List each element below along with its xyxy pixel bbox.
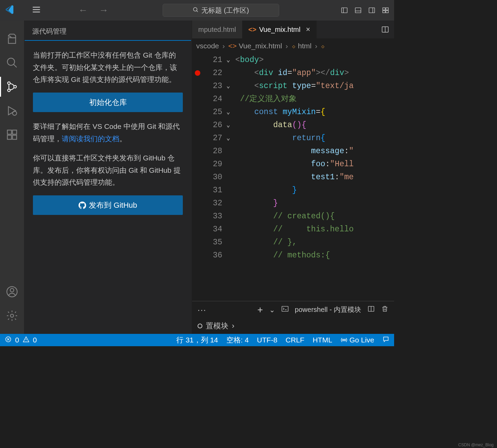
activity-scm-icon[interactable] <box>0 75 24 99</box>
svg-point-9 <box>8 82 10 85</box>
docs-link[interactable]: 请阅读我们的文档 <box>62 135 119 143</box>
svg-rect-1 <box>342 8 347 13</box>
titlebar: ← → 无标题 (工作区) <box>0 0 394 21</box>
circle-icon <box>198 324 202 328</box>
layout-customize-icon[interactable] <box>381 6 390 15</box>
svg-point-18 <box>10 288 14 292</box>
code-editor[interactable]: 21222324252627282930313233343536 ⌄⌄⌄⌄⌄ <… <box>192 53 394 301</box>
layout-panel-icon[interactable] <box>354 6 363 15</box>
svg-point-24 <box>343 339 345 341</box>
activity-search-icon[interactable] <box>0 51 24 75</box>
panel-overflow-icon[interactable]: ··· <box>198 305 206 315</box>
main: 源代码管理 当前打开的工作区中没有任何包含 Git 仓库的文件夹。可初始化某文件… <box>0 21 394 334</box>
indent[interactable]: 空格: 4 <box>226 335 249 345</box>
svg-point-8 <box>8 58 15 65</box>
svg-rect-4 <box>383 8 385 10</box>
nav-back-icon[interactable]: ← <box>78 5 88 16</box>
svg-point-19 <box>11 314 14 317</box>
command-center-text: 无标题 (工作区) <box>201 6 249 15</box>
scm-sidebar: 源代码管理 当前打开的工作区中没有任何包含 Git 仓库的文件夹。可初始化某文件… <box>24 21 192 334</box>
go-live-button[interactable]: Go Live <box>341 336 374 344</box>
github-icon <box>79 202 86 209</box>
svg-rect-21 <box>282 306 288 312</box>
scm-doc-text: 要详细了解如何在 VS Code 中使用 Git 和源代码管理，请阅读我们的文档… <box>33 120 183 145</box>
command-center[interactable]: 无标题 (工作区) <box>163 4 279 17</box>
tab-computed-html[interactable]: mputed.html <box>192 21 242 38</box>
svg-rect-14 <box>8 135 12 140</box>
menu-icon[interactable] <box>32 5 41 16</box>
scm-intro-text: 当前打开的工作区中没有任何包含 Git 仓库的文件夹。可初始化某文件夹上的一个仓… <box>33 49 183 86</box>
activity-extensions-icon[interactable] <box>0 123 24 147</box>
breakpoint-icon[interactable] <box>195 70 200 76</box>
init-repo-button[interactable]: 初始化仓库 <box>33 93 183 112</box>
cube-icon: ⬦ <box>321 42 325 50</box>
panel-header: ··· + ⌄ powershell - 内置模块 <box>192 301 394 318</box>
activity-debug-icon[interactable] <box>0 99 24 123</box>
terminal-icon <box>281 305 289 314</box>
publish-github-button[interactable]: 发布到 GitHub <box>33 195 183 215</box>
svg-rect-7 <box>386 11 388 13</box>
svg-rect-5 <box>386 8 388 10</box>
errors-count[interactable]: 0 <box>15 336 19 344</box>
editor-tabs: mputed.html <> Vue_mix.html × <box>192 21 394 38</box>
scm-github-text: 你可以直接将工作区文件夹发布到 GitHub 仓库。发布后，你将有权访问由 Gi… <box>33 152 183 189</box>
tab-vue-mix-html[interactable]: <> Vue_mix.html × <box>242 21 317 38</box>
breadcrumbs[interactable]: vscode › <> Vue_mix.html › ⬦ html › ⬦ <box>192 38 394 53</box>
activity-explorer-icon[interactable] <box>0 27 24 51</box>
editor-area: mputed.html <> Vue_mix.html × vscode › <… <box>192 21 394 334</box>
activity-bar <box>0 21 24 334</box>
panel-split-icon[interactable] <box>367 305 375 314</box>
language-mode[interactable]: HTML <box>312 336 332 344</box>
svg-rect-6 <box>383 11 385 13</box>
svg-point-0 <box>193 8 197 11</box>
activity-account-icon[interactable] <box>0 280 24 304</box>
crumb-file[interactable]: <> Vue_mix.html <box>228 42 282 50</box>
svg-point-12 <box>13 111 17 116</box>
split-editor-icon[interactable] <box>376 21 394 38</box>
errors-icon[interactable] <box>5 336 12 344</box>
new-terminal-icon[interactable]: + <box>257 304 263 315</box>
status-bar: 0 0 行 31，列 14 空格: 4 UTF-8 CRLF HTML Go L… <box>0 334 394 346</box>
html-file-icon: <> <box>248 26 256 34</box>
svg-rect-16 <box>13 130 17 134</box>
cursor-position[interactable]: 行 31，列 14 <box>176 335 218 345</box>
warnings-icon[interactable] <box>23 336 29 344</box>
terminal-dropdown-icon[interactable]: ⌄ <box>269 306 275 314</box>
vscode-logo-icon <box>4 4 15 16</box>
terminal-output[interactable]: 置模块 › <box>192 318 394 334</box>
feedback-icon[interactable] <box>382 336 389 344</box>
encoding[interactable]: UTF-8 <box>257 336 277 344</box>
svg-rect-2 <box>355 8 361 13</box>
activity-settings-icon[interactable] <box>0 304 24 328</box>
sidebar-title: 源代码管理 <box>24 21 192 40</box>
svg-rect-15 <box>13 135 17 140</box>
svg-rect-3 <box>369 8 375 13</box>
panel-trash-icon[interactable] <box>381 305 389 314</box>
broadcast-icon <box>341 337 347 343</box>
layout-sidebar-right-icon[interactable] <box>367 6 376 15</box>
close-icon[interactable]: × <box>306 25 310 34</box>
eol[interactable]: CRLF <box>286 336 305 344</box>
search-icon <box>192 7 199 14</box>
crumb-folder[interactable]: vscode <box>196 42 219 50</box>
crumb-symbol[interactable]: ⬦ html <box>292 42 312 50</box>
svg-point-10 <box>8 89 10 92</box>
terminal-label[interactable]: powershell - 内置模块 <box>295 305 361 314</box>
warnings-count[interactable]: 0 <box>33 336 37 344</box>
nav-forward-icon[interactable]: → <box>99 5 108 16</box>
svg-rect-13 <box>8 130 12 134</box>
svg-point-11 <box>14 85 16 88</box>
layout-sidebar-left-icon[interactable] <box>340 6 349 15</box>
